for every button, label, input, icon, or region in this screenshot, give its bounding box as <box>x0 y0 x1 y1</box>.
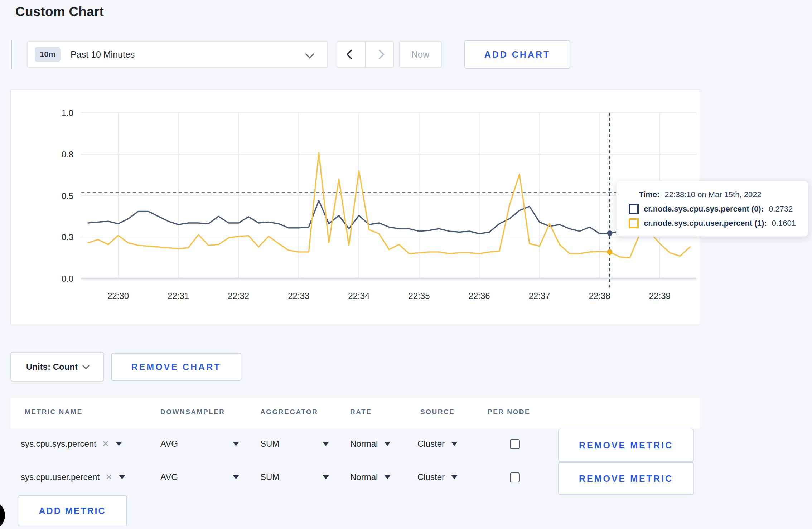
tooltip-time-value: 22:38:10 on Mar 15th, 2022 <box>664 190 761 199</box>
col-header-metric-name: METRIC NAME <box>25 408 83 416</box>
aggregator-dropdown[interactable]: SUM <box>260 472 329 482</box>
clear-metric-icon[interactable]: ✕ <box>102 439 109 449</box>
col-header-per-node: PER NODE <box>488 408 530 416</box>
downsampler-dropdown[interactable]: AVG <box>160 439 239 449</box>
source-value: Cluster <box>417 439 445 449</box>
rate-dropdown[interactable]: Normal <box>350 439 391 449</box>
dropdown-caret-icon <box>384 442 391 446</box>
metric-row: sys.cpu.user.percent ✕ AVG SUM Normal Cl… <box>0 462 812 495</box>
tooltip-series-name: cr.node.sys.cpu.user.percent (1): <box>644 219 767 228</box>
metrics-table-header: METRIC NAME DOWNSAMPLER AGGREGATOR RATE … <box>10 398 700 429</box>
source-value: Cluster <box>417 472 445 482</box>
dropdown-caret-icon <box>451 475 458 479</box>
clear-metric-icon[interactable]: ✕ <box>105 472 112 482</box>
remove-metric-button[interactable]: REMOVE METRIC <box>558 429 694 462</box>
dropdown-caret-icon <box>451 442 458 446</box>
series-swatch-icon <box>629 218 639 228</box>
col-header-downsampler: DOWNSAMPLER <box>160 408 225 416</box>
col-header-aggregator: AGGREGATOR <box>260 408 318 416</box>
metric-name-dropdown[interactable]: sys.cpu.user.percent ✕ <box>21 472 125 482</box>
toolbar-divider <box>11 40 12 69</box>
downsampler-dropdown[interactable]: AVG <box>160 472 239 482</box>
dropdown-caret-icon <box>116 442 122 446</box>
chevron-down-icon <box>82 362 90 369</box>
time-window-label: Past 10 Minutes <box>71 49 135 60</box>
chevron-left-icon <box>346 49 356 59</box>
aggregator-dropdown[interactable]: SUM <box>260 439 329 449</box>
metric-name-value: sys.cpu.user.percent <box>21 472 100 482</box>
col-header-rate: RATE <box>350 408 372 416</box>
time-window-select[interactable]: 10m Past 10 Minutes <box>27 41 328 68</box>
dropdown-caret-icon <box>323 442 329 446</box>
dropdown-caret-icon <box>233 475 239 479</box>
tooltip-time-row: Time: 22:38:10 on Mar 15th, 2022 <box>629 190 797 199</box>
tooltip-series-row: cr.node.sys.cpu.user.percent (1): 0.1601 <box>629 218 797 228</box>
dropdown-caret-icon <box>233 442 239 446</box>
chevron-down-icon <box>305 49 314 58</box>
tooltip-series-name: cr.node.sys.cpu.sys.percent (0): <box>644 204 764 214</box>
tooltip-series-row: cr.node.sys.cpu.sys.percent (0): 0.2732 <box>629 204 797 214</box>
rate-dropdown[interactable]: Normal <box>350 472 391 482</box>
next-time-button[interactable] <box>365 41 394 68</box>
dropdown-caret-icon <box>119 475 125 479</box>
chart-tooltip: Time: 22:38:10 on Mar 15th, 2022 cr.node… <box>616 181 808 237</box>
rate-value: Normal <box>350 439 378 449</box>
units-label: Units: Count <box>26 362 78 372</box>
custom-chart-page: { "page": { "title": "Custom Chart", "ba… <box>0 0 812 529</box>
source-dropdown[interactable]: Cluster <box>417 472 458 482</box>
add-metric-button[interactable]: ADD METRIC <box>18 495 127 526</box>
dropdown-caret-icon <box>384 475 391 479</box>
now-button[interactable]: Now <box>399 41 442 68</box>
downsampler-value: AVG <box>160 472 178 482</box>
per-node-checkbox[interactable] <box>510 439 520 449</box>
prev-time-button[interactable] <box>337 41 365 68</box>
metric-name-value: sys.cpu.sys.percent <box>21 439 96 449</box>
dropdown-caret-icon <box>323 475 329 479</box>
tooltip-series-value: 0.1601 <box>772 219 796 228</box>
aggregator-value: SUM <box>260 439 279 449</box>
per-node-checkbox[interactable] <box>510 472 520 482</box>
remove-chart-button[interactable]: REMOVE CHART <box>111 353 241 381</box>
chart-card[interactable] <box>10 89 700 324</box>
page-title: Custom Chart <box>15 4 104 19</box>
metric-name-dropdown[interactable]: sys.cpu.sys.percent ✕ <box>21 439 122 449</box>
time-pager <box>337 41 394 68</box>
tooltip-time-label: Time: <box>639 190 659 199</box>
chevron-right-icon <box>374 49 384 59</box>
source-dropdown[interactable]: Cluster <box>417 439 458 449</box>
time-window-badge: 10m <box>35 47 61 62</box>
units-select[interactable]: Units: Count <box>10 352 104 382</box>
add-chart-button[interactable]: ADD CHART <box>464 40 570 69</box>
downsampler-value: AVG <box>160 439 178 449</box>
remove-metric-button[interactable]: REMOVE METRIC <box>558 462 694 495</box>
rate-value: Normal <box>350 472 378 482</box>
aggregator-value: SUM <box>260 472 279 482</box>
metric-row: sys.cpu.sys.percent ✕ AVG SUM Normal Clu… <box>0 429 812 462</box>
tooltip-series-value: 0.2732 <box>769 204 793 214</box>
series-swatch-icon <box>629 204 639 214</box>
window-corner-artifact <box>0 500 5 529</box>
col-header-source: SOURCE <box>420 408 455 416</box>
